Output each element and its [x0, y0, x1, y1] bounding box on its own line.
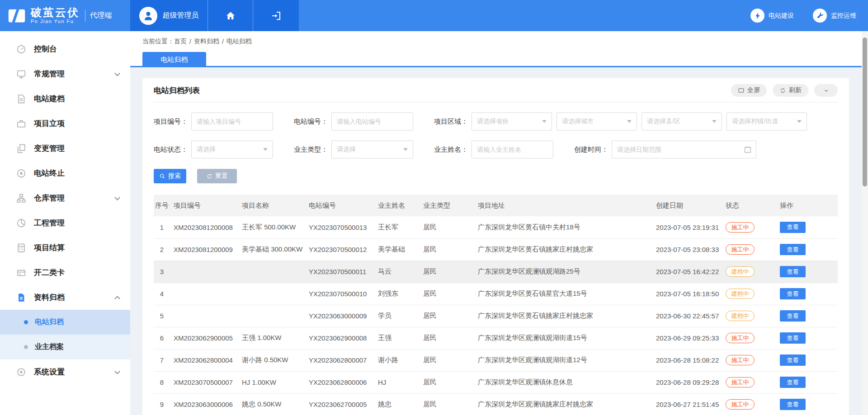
sidebar-item[interactable]: 项目结算: [0, 235, 130, 260]
table-cell: [170, 305, 238, 327]
station-status-select[interactable]: 请选择: [191, 140, 273, 159]
region-label: 项目区域：: [434, 117, 468, 126]
table-cell: 姚忠: [374, 393, 420, 415]
table-cell: 广东深圳龙华区黄石镇姚家庄村姚忠家: [474, 238, 652, 261]
chevron-down-icon: [823, 87, 830, 94]
table-cell: 查看: [776, 393, 838, 415]
tab-station-archive[interactable]: 电站归档: [142, 52, 206, 67]
search-button[interactable]: 搜索: [154, 169, 186, 183]
monitor-ops-entry[interactable]: 监控运维: [813, 9, 856, 23]
caret-down-icon: [403, 148, 408, 151]
table-cell: 施工中: [722, 393, 776, 415]
sidebar-item-label: 变更管理: [34, 143, 65, 154]
table-cell: 查看: [776, 283, 838, 305]
sidebar-item[interactable]: 系统设置: [0, 359, 130, 384]
owner-name-input[interactable]: [472, 140, 553, 159]
fullscreen-button[interactable]: 全屏: [731, 84, 767, 97]
refresh-icon: [779, 87, 786, 94]
table-cell: 查看: [776, 216, 838, 238]
username: 超级管理员: [163, 11, 199, 20]
sidebar-item-label: 常规管理: [34, 69, 65, 79]
table-cell: 施工中: [722, 371, 776, 393]
station-build-entry[interactable]: 电站建设: [750, 9, 794, 23]
view-button[interactable]: 查看: [780, 266, 806, 277]
sidebar-item[interactable]: 变更管理: [0, 136, 130, 161]
monitor-ops-label: 监控运维: [831, 12, 856, 20]
view-button[interactable]: 查看: [780, 399, 806, 410]
bolt-icon: [750, 9, 764, 23]
sidebar-item[interactable]: 常规管理: [0, 61, 130, 86]
view-button[interactable]: 查看: [780, 288, 806, 299]
table-cell: 建档中: [722, 261, 776, 283]
owner-type-select[interactable]: 请选择: [331, 140, 413, 159]
view-button[interactable]: 查看: [780, 310, 806, 322]
table-cell: XM2023062800004: [170, 349, 238, 371]
sidebar-item[interactable]: 工程管理: [0, 210, 130, 235]
fullscreen-label: 全屏: [747, 86, 760, 94]
sidebar-subitem[interactable]: 业主档案: [0, 335, 130, 359]
status-badge: 施工中: [726, 399, 755, 410]
column-header: 项目名称: [238, 195, 305, 216]
filter-actions: 搜索 重置: [154, 169, 838, 183]
copy-icon: [16, 144, 26, 154]
breadcrumb-home[interactable]: 首页: [174, 37, 187, 46]
sidebar-item[interactable]: 电站终止: [0, 161, 130, 186]
tab-bar: 电站归档: [130, 52, 868, 67]
city-select[interactable]: 请选择城市: [557, 112, 637, 131]
status-badge: 施工中: [726, 377, 755, 387]
sidebar-subitem[interactable]: 电站归档: [0, 310, 130, 335]
table-cell: [170, 283, 238, 305]
project-no-label: 项目编号：: [154, 117, 188, 126]
sidebar-subitem-label: 电站归档: [35, 317, 64, 327]
chevron-down-icon: [114, 70, 120, 76]
sidebar-item[interactable]: 仓库管理: [0, 186, 130, 210]
station-no-input[interactable]: [331, 112, 413, 131]
status-badge: 施工中: [726, 244, 755, 255]
table-cell: XM2023062900005: [170, 327, 238, 349]
collapse-button[interactable]: [814, 84, 838, 97]
view-button[interactable]: 查看: [780, 222, 806, 233]
breadcrumb: 当前位置： 首页 / 资料归档 / 电站归档: [130, 31, 868, 52]
table-row: 1XM2023081200008王长军 500.00KWYX2023070500…: [154, 216, 838, 238]
sidebar-item[interactable]: 电站建档: [0, 86, 130, 111]
logo-divider: [85, 10, 85, 22]
logout-button[interactable]: [253, 0, 299, 31]
county-select[interactable]: 请选择县/区: [642, 112, 722, 131]
scrollbar-thumb[interactable]: [863, 37, 867, 187]
user-icon: [142, 10, 154, 22]
view-button[interactable]: 查看: [780, 244, 806, 255]
table-cell: 3: [154, 261, 170, 283]
table-cell: 广东深圳龙华区观澜镇姚家庄村姚忠家: [474, 393, 652, 415]
sidebar-item[interactable]: 项目立项: [0, 111, 130, 136]
table-cell: 7: [154, 349, 170, 371]
view-button[interactable]: 查看: [780, 332, 806, 344]
caret-down-icon: [627, 120, 632, 123]
breadcrumb-archive[interactable]: 资料归档: [194, 37, 219, 46]
home-icon: [225, 10, 236, 21]
table-cell: YX2023070500010: [305, 283, 374, 305]
file-icon: [16, 94, 26, 104]
breadcrumb-station-archive[interactable]: 电站归档: [226, 37, 252, 46]
date-range-input[interactable]: [612, 140, 756, 159]
home-button[interactable]: [208, 0, 253, 31]
view-button[interactable]: 查看: [780, 354, 806, 366]
table-cell: XM2023070500007: [170, 371, 238, 393]
owner-type-label: 业主类型：: [294, 145, 328, 154]
table-cell: 施工中: [722, 238, 776, 261]
sidebar-item[interactable]: 控制台: [0, 37, 130, 61]
village-select[interactable]: 请选择村镇/街道: [726, 112, 807, 131]
sidebar-item[interactable]: 开二类卡: [0, 260, 130, 285]
project-no-input[interactable]: [191, 112, 273, 131]
table-cell: 施工中: [722, 349, 776, 371]
table-cell: 王强: [374, 327, 420, 349]
status-badge: 施工中: [726, 222, 755, 233]
reset-button[interactable]: 重置: [197, 169, 237, 183]
current-user-button[interactable]: 超级管理员: [130, 0, 208, 31]
view-button[interactable]: 查看: [780, 377, 806, 388]
owner-name-label: 业主姓名：: [434, 145, 468, 154]
sidebar-item[interactable]: 资料归档: [0, 285, 130, 310]
app-logo-icon: [6, 5, 27, 26]
refresh-button[interactable]: 刷新: [773, 84, 808, 97]
table-cell: 居民: [420, 393, 474, 415]
province-select[interactable]: 请选择省份: [472, 112, 552, 131]
